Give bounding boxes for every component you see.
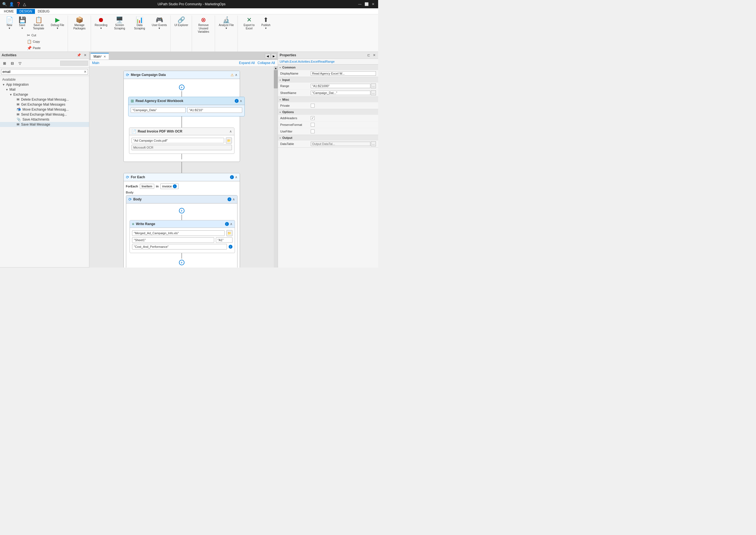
info-icon[interactable]: i	[225, 222, 229, 226]
properties-scroll[interactable]: ▪ Common DisplayName ▪ Input Range	[278, 65, 378, 268]
mail-icon: ✉	[16, 98, 19, 101]
misc-section-header[interactable]: ▪ Misc	[278, 97, 378, 102]
expand-all-btn[interactable]: ⊞	[1, 60, 8, 67]
data-table-input[interactable]	[311, 142, 370, 146]
browse-button[interactable]: 📁	[226, 137, 232, 144]
paste-button[interactable]: 📌 Paste	[25, 45, 45, 51]
canvas-scroll-right[interactable]: ▶	[271, 53, 277, 59]
collapse-icon[interactable]: ∧	[235, 73, 237, 77]
connector	[181, 91, 182, 97]
use-filter-checkbox[interactable]	[311, 129, 315, 133]
activity-item-4[interactable]: 📎 Save Attachments	[0, 117, 89, 122]
panel-close-icon[interactable]: ✕	[83, 53, 87, 57]
cut-button[interactable]: ✂ Cut	[25, 32, 45, 38]
browse-button[interactable]: 📁	[227, 230, 232, 236]
scroll-up-btn[interactable]: ▲	[274, 66, 278, 70]
collapse-all-button[interactable]: Collapse All	[257, 61, 275, 65]
data-scraping-button[interactable]: 📊 Data Scraping	[130, 15, 149, 32]
info-icon[interactable]: i	[230, 175, 234, 179]
restore-button[interactable]: ⬜	[364, 1, 369, 7]
sheet-name-input[interactable]	[311, 91, 370, 95]
ui-explorer-button[interactable]: 🔗 UI Explorer	[172, 15, 190, 28]
use-filter-row: UseFilter	[278, 128, 378, 135]
user-icon[interactable]: 👤	[9, 2, 14, 6]
range-input[interactable]	[311, 84, 370, 88]
menu-home[interactable]: HOME	[1, 9, 16, 14]
canvas-scroll[interactable]: ⟳ Merge Campaign Data ⚠ ∧ +	[89, 66, 278, 268]
add-after-write-range[interactable]: +	[179, 260, 185, 265]
menu-debug[interactable]: DEBUG	[35, 9, 52, 14]
display-name-row: DisplayName	[278, 70, 378, 77]
info-icon[interactable]: i	[173, 184, 177, 188]
new-button[interactable]: 📄 New ▼	[3, 15, 15, 31]
add-inside-body[interactable]: +	[179, 208, 185, 213]
options-section-header[interactable]: ▪ Options	[278, 109, 378, 115]
connector	[181, 167, 182, 173]
copy-icon: 📋	[27, 39, 32, 44]
activities-panel-header: Activities 📌 ✕	[0, 52, 89, 59]
info-icon[interactable]: i	[227, 197, 231, 201]
properties-close-icon[interactable]: ✕	[372, 53, 377, 57]
common-label: Common	[283, 66, 296, 69]
canvas-scroll-left[interactable]: ◀	[265, 53, 270, 59]
expand-icon[interactable]: △	[23, 2, 26, 6]
add-activity-top[interactable]: +	[179, 85, 185, 90]
activity-item-2[interactable]: 📬 Move Exchange Mail Messag...	[0, 107, 89, 112]
info-icon[interactable]: i	[228, 245, 232, 249]
user-events-button[interactable]: 🎮 User Events ▼	[150, 15, 169, 31]
preserve-format-checkbox[interactable]	[311, 123, 315, 127]
collapse-icon[interactable]: ∧	[232, 197, 235, 201]
mail-node[interactable]: ▼ Mail	[0, 87, 89, 92]
close-button[interactable]: ✕	[370, 1, 376, 7]
search-icon[interactable]: 🔍	[2, 2, 7, 6]
expand-all-button[interactable]: Expand All	[239, 61, 255, 65]
save-button[interactable]: 💾 Save ▼	[16, 15, 28, 31]
activities-toolbar: ⊞ ⊟ ▽	[0, 59, 89, 68]
range-browse-button[interactable]: …	[371, 83, 376, 88]
canvas-area: Main * ✕ ◀ ▶ Main Expand All Collapse Al…	[89, 52, 278, 268]
help-icon[interactable]: ❓	[16, 2, 21, 6]
sheet-browse-button[interactable]: …	[371, 90, 376, 95]
input-section-header[interactable]: ▪ Input	[278, 77, 378, 83]
collapse-icon[interactable]: ∧	[230, 222, 232, 226]
activity-item-1[interactable]: ✉ Get Exchange Mail Messages	[0, 102, 89, 107]
copy-button[interactable]: 📋 Copy	[25, 39, 45, 44]
common-section-header[interactable]: ▪ Common	[278, 65, 378, 70]
collapse-icon[interactable]: ∧	[240, 99, 242, 103]
search-input[interactable]	[3, 70, 84, 74]
minimize-button[interactable]: —	[357, 1, 363, 7]
add-headers-key: AddHeaders	[280, 116, 311, 120]
recording-button[interactable]: ⏺ Recording ▼	[93, 15, 109, 31]
save-as-template-button[interactable]: 📋 Save as Template	[29, 15, 48, 32]
activity-item-0[interactable]: ✉ Delete Exchange Mail Messag...	[0, 97, 89, 102]
debug-file-button[interactable]: ▶ Debug File ▼	[49, 15, 66, 31]
properties-pin-icon[interactable]: ⊏	[367, 53, 371, 57]
remove-unused-variables-button[interactable]: ⊗ Remove Unused Variables	[194, 15, 213, 35]
export-to-excel-button[interactable]: ✕ Export to Excel	[239, 15, 259, 32]
analyze-file-button[interactable]: 🔬 Analyze File ▼	[217, 15, 235, 31]
search-clear-button[interactable]: ✕	[84, 70, 87, 74]
add-headers-checkbox[interactable]	[311, 116, 315, 120]
info-icon[interactable]: i	[235, 99, 239, 103]
private-checkbox[interactable]	[311, 104, 315, 107]
activity-item-5[interactable]: ✉ Save Mail Message	[0, 122, 89, 127]
menu-design[interactable]: DESIGN	[16, 9, 35, 14]
analyze-icon: 🔬	[223, 17, 230, 23]
app-integration-node[interactable]: ▼ App Integration	[0, 82, 89, 87]
data-table-browse-button[interactable]: …	[371, 141, 376, 146]
filter-btn[interactable]: ▽	[16, 60, 23, 67]
output-section-header[interactable]: ▪ Output	[278, 135, 378, 141]
activity-item-3[interactable]: ✉ Send Exchange Mail Messag...	[0, 112, 89, 117]
screen-scraping-button[interactable]: 🖥️ Screen Scraping	[110, 15, 129, 32]
collapse-icon[interactable]: ∧	[229, 129, 232, 133]
close-tab-button[interactable]: ✕	[104, 55, 106, 59]
exchange-node[interactable]: ▼ Exchange	[0, 92, 89, 97]
collapse-all-btn[interactable]: ⊟	[9, 60, 15, 67]
manage-packages-button[interactable]: 📦 Manage Packages	[70, 15, 89, 32]
connector	[181, 116, 182, 122]
publish-button[interactable]: ⬆ Publish ▼	[259, 15, 272, 31]
collapse-icon[interactable]: ∧	[235, 175, 237, 179]
display-name-input[interactable]	[311, 71, 376, 76]
pin-icon[interactable]: 📌	[76, 53, 82, 57]
main-tab[interactable]: Main * ✕	[90, 53, 109, 60]
